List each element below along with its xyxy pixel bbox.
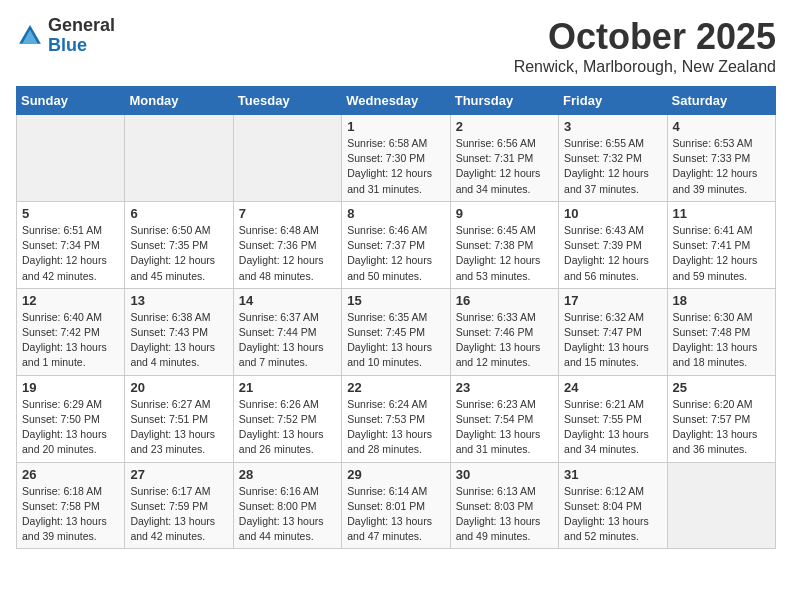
calendar-cell (667, 462, 775, 549)
day-number: 7 (239, 206, 336, 221)
calendar-cell: 25Sunrise: 6:20 AM Sunset: 7:57 PM Dayli… (667, 375, 775, 462)
day-number: 23 (456, 380, 553, 395)
day-number: 26 (22, 467, 119, 482)
day-info: Sunrise: 6:37 AM Sunset: 7:44 PM Dayligh… (239, 310, 336, 371)
calendar-cell: 29Sunrise: 6:14 AM Sunset: 8:01 PM Dayli… (342, 462, 450, 549)
day-info: Sunrise: 6:51 AM Sunset: 7:34 PM Dayligh… (22, 223, 119, 284)
header-day-sunday: Sunday (17, 87, 125, 115)
calendar-cell: 5Sunrise: 6:51 AM Sunset: 7:34 PM Daylig… (17, 201, 125, 288)
day-number: 18 (673, 293, 770, 308)
calendar-cell (17, 115, 125, 202)
calendar-cell: 12Sunrise: 6:40 AM Sunset: 7:42 PM Dayli… (17, 288, 125, 375)
day-info: Sunrise: 6:45 AM Sunset: 7:38 PM Dayligh… (456, 223, 553, 284)
day-number: 5 (22, 206, 119, 221)
calendar-cell: 3Sunrise: 6:55 AM Sunset: 7:32 PM Daylig… (559, 115, 667, 202)
day-info: Sunrise: 6:32 AM Sunset: 7:47 PM Dayligh… (564, 310, 661, 371)
day-info: Sunrise: 6:21 AM Sunset: 7:55 PM Dayligh… (564, 397, 661, 458)
day-number: 17 (564, 293, 661, 308)
week-row-4: 26Sunrise: 6:18 AM Sunset: 7:58 PM Dayli… (17, 462, 776, 549)
day-info: Sunrise: 6:41 AM Sunset: 7:41 PM Dayligh… (673, 223, 770, 284)
calendar-body: 1Sunrise: 6:58 AM Sunset: 7:30 PM Daylig… (17, 115, 776, 549)
calendar-cell: 1Sunrise: 6:58 AM Sunset: 7:30 PM Daylig… (342, 115, 450, 202)
header-day-wednesday: Wednesday (342, 87, 450, 115)
day-number: 31 (564, 467, 661, 482)
header-day-friday: Friday (559, 87, 667, 115)
calendar-cell: 14Sunrise: 6:37 AM Sunset: 7:44 PM Dayli… (233, 288, 341, 375)
day-info: Sunrise: 6:29 AM Sunset: 7:50 PM Dayligh… (22, 397, 119, 458)
calendar-cell: 18Sunrise: 6:30 AM Sunset: 7:48 PM Dayli… (667, 288, 775, 375)
day-number: 20 (130, 380, 227, 395)
calendar-cell (233, 115, 341, 202)
day-number: 28 (239, 467, 336, 482)
day-number: 27 (130, 467, 227, 482)
day-info: Sunrise: 6:46 AM Sunset: 7:37 PM Dayligh… (347, 223, 444, 284)
calendar-cell: 16Sunrise: 6:33 AM Sunset: 7:46 PM Dayli… (450, 288, 558, 375)
header-day-saturday: Saturday (667, 87, 775, 115)
day-number: 25 (673, 380, 770, 395)
day-info: Sunrise: 6:20 AM Sunset: 7:57 PM Dayligh… (673, 397, 770, 458)
logo-blue: Blue (48, 35, 87, 55)
calendar-cell (125, 115, 233, 202)
title-block: October 2025 Renwick, Marlborough, New Z… (514, 16, 776, 76)
day-number: 10 (564, 206, 661, 221)
logo-general: General (48, 15, 115, 35)
day-number: 8 (347, 206, 444, 221)
calendar-cell: 8Sunrise: 6:46 AM Sunset: 7:37 PM Daylig… (342, 201, 450, 288)
calendar-cell: 9Sunrise: 6:45 AM Sunset: 7:38 PM Daylig… (450, 201, 558, 288)
day-number: 6 (130, 206, 227, 221)
calendar-cell: 6Sunrise: 6:50 AM Sunset: 7:35 PM Daylig… (125, 201, 233, 288)
calendar-cell: 23Sunrise: 6:23 AM Sunset: 7:54 PM Dayli… (450, 375, 558, 462)
day-number: 3 (564, 119, 661, 134)
calendar-table: SundayMondayTuesdayWednesdayThursdayFrid… (16, 86, 776, 549)
day-info: Sunrise: 6:58 AM Sunset: 7:30 PM Dayligh… (347, 136, 444, 197)
calendar-cell: 27Sunrise: 6:17 AM Sunset: 7:59 PM Dayli… (125, 462, 233, 549)
day-number: 16 (456, 293, 553, 308)
calendar-cell: 30Sunrise: 6:13 AM Sunset: 8:03 PM Dayli… (450, 462, 558, 549)
calendar-cell: 19Sunrise: 6:29 AM Sunset: 7:50 PM Dayli… (17, 375, 125, 462)
calendar-cell: 24Sunrise: 6:21 AM Sunset: 7:55 PM Dayli… (559, 375, 667, 462)
day-number: 1 (347, 119, 444, 134)
day-info: Sunrise: 6:16 AM Sunset: 8:00 PM Dayligh… (239, 484, 336, 545)
calendar-header: SundayMondayTuesdayWednesdayThursdayFrid… (17, 87, 776, 115)
day-number: 11 (673, 206, 770, 221)
day-info: Sunrise: 6:26 AM Sunset: 7:52 PM Dayligh… (239, 397, 336, 458)
day-number: 14 (239, 293, 336, 308)
page-header: General Blue October 2025 Renwick, Marlb… (16, 16, 776, 76)
day-number: 21 (239, 380, 336, 395)
day-number: 13 (130, 293, 227, 308)
calendar-cell: 11Sunrise: 6:41 AM Sunset: 7:41 PM Dayli… (667, 201, 775, 288)
calendar-cell: 28Sunrise: 6:16 AM Sunset: 8:00 PM Dayli… (233, 462, 341, 549)
day-info: Sunrise: 6:55 AM Sunset: 7:32 PM Dayligh… (564, 136, 661, 197)
day-info: Sunrise: 6:53 AM Sunset: 7:33 PM Dayligh… (673, 136, 770, 197)
day-info: Sunrise: 6:24 AM Sunset: 7:53 PM Dayligh… (347, 397, 444, 458)
day-number: 30 (456, 467, 553, 482)
day-info: Sunrise: 6:14 AM Sunset: 8:01 PM Dayligh… (347, 484, 444, 545)
day-info: Sunrise: 6:43 AM Sunset: 7:39 PM Dayligh… (564, 223, 661, 284)
calendar-cell: 7Sunrise: 6:48 AM Sunset: 7:36 PM Daylig… (233, 201, 341, 288)
day-info: Sunrise: 6:13 AM Sunset: 8:03 PM Dayligh… (456, 484, 553, 545)
header-day-thursday: Thursday (450, 87, 558, 115)
calendar-title: October 2025 (514, 16, 776, 58)
header-row: SundayMondayTuesdayWednesdayThursdayFrid… (17, 87, 776, 115)
day-info: Sunrise: 6:17 AM Sunset: 7:59 PM Dayligh… (130, 484, 227, 545)
day-number: 29 (347, 467, 444, 482)
header-day-monday: Monday (125, 87, 233, 115)
day-number: 24 (564, 380, 661, 395)
calendar-cell: 31Sunrise: 6:12 AM Sunset: 8:04 PM Dayli… (559, 462, 667, 549)
day-info: Sunrise: 6:35 AM Sunset: 7:45 PM Dayligh… (347, 310, 444, 371)
day-number: 19 (22, 380, 119, 395)
day-info: Sunrise: 6:18 AM Sunset: 7:58 PM Dayligh… (22, 484, 119, 545)
week-row-0: 1Sunrise: 6:58 AM Sunset: 7:30 PM Daylig… (17, 115, 776, 202)
calendar-cell: 10Sunrise: 6:43 AM Sunset: 7:39 PM Dayli… (559, 201, 667, 288)
logo: General Blue (16, 16, 115, 56)
day-info: Sunrise: 6:50 AM Sunset: 7:35 PM Dayligh… (130, 223, 227, 284)
logo-text: General Blue (48, 16, 115, 56)
calendar-cell: 22Sunrise: 6:24 AM Sunset: 7:53 PM Dayli… (342, 375, 450, 462)
calendar-cell: 13Sunrise: 6:38 AM Sunset: 7:43 PM Dayli… (125, 288, 233, 375)
logo-icon (16, 22, 44, 50)
calendar-cell: 2Sunrise: 6:56 AM Sunset: 7:31 PM Daylig… (450, 115, 558, 202)
calendar-cell: 20Sunrise: 6:27 AM Sunset: 7:51 PM Dayli… (125, 375, 233, 462)
calendar-cell: 17Sunrise: 6:32 AM Sunset: 7:47 PM Dayli… (559, 288, 667, 375)
day-info: Sunrise: 6:30 AM Sunset: 7:48 PM Dayligh… (673, 310, 770, 371)
day-number: 22 (347, 380, 444, 395)
